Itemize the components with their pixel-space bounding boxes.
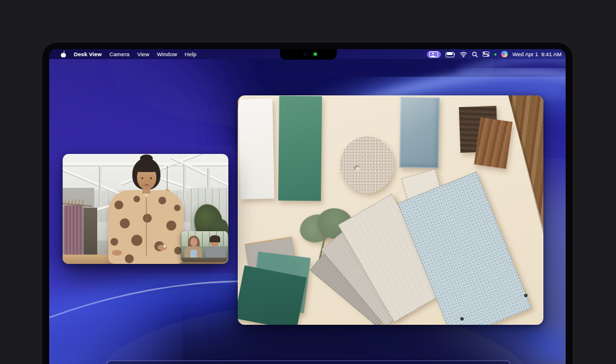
- teal-tile-sample: [278, 96, 322, 201]
- presenter-hairline: [136, 164, 157, 172]
- presenter-hand: [112, 250, 122, 256]
- menu-help[interactable]: Help: [184, 49, 196, 59]
- menu-bar-status: Wed Apr 1 9:41 AM: [427, 49, 562, 59]
- pendant-cord: [167, 166, 167, 188]
- menu-app-name[interactable]: Desk View: [74, 49, 102, 59]
- wardrobe-cabinet: [84, 208, 97, 256]
- partially-visible-window[interactable]: [107, 360, 511, 364]
- felt-disc-hole: [354, 166, 360, 171]
- camera-in-use-dot: [494, 53, 497, 56]
- participant-man-hair: [210, 235, 220, 242]
- apple-menu[interactable]: [60, 51, 66, 58]
- shirt-placket: [146, 197, 147, 256]
- hanging-garments: [64, 205, 83, 256]
- steel-column: [183, 164, 186, 201]
- fabric-grommet: [524, 294, 528, 297]
- menu-view[interactable]: View: [137, 49, 149, 59]
- desk-view-window[interactable]: [238, 95, 543, 325]
- menu-bar-left: Desk View Camera View Window Help: [49, 49, 196, 59]
- felt-disc-sample: [340, 136, 394, 193]
- time-label: 9:41 AM: [541, 51, 562, 57]
- camera-active-indicator: [314, 53, 317, 56]
- facetime-camera-lens: [303, 53, 307, 56]
- date-label: Wed Apr 1: [512, 51, 538, 57]
- menu-bar-clock[interactable]: Wed Apr 1 9:41 AM: [512, 51, 562, 57]
- control-center-icon[interactable]: [482, 51, 490, 57]
- presenter-mouth: [145, 184, 149, 186]
- steel-column: [99, 166, 101, 207]
- apple-icon: [60, 51, 66, 58]
- wifi-icon[interactable]: [460, 51, 467, 57]
- battery-icon[interactable]: [446, 52, 455, 57]
- continuity-camera-indicator[interactable]: [427, 51, 441, 58]
- presenter-eyes: [141, 177, 153, 179]
- spotlight-search-icon[interactable]: [472, 51, 478, 57]
- white-tile-sample: [238, 98, 275, 199]
- remote-participants-thumbnail[interactable]: [181, 231, 228, 262]
- presenter-ring: [163, 245, 166, 248]
- screen-person-icon: [429, 51, 438, 57]
- marketing-canvas: Desk View Camera View Window Help: [0, 0, 616, 364]
- display-notch: [280, 49, 337, 60]
- blue-gray-glazed-tile: [399, 97, 440, 168]
- video-call-window[interactable]: [63, 154, 228, 264]
- menu-window[interactable]: Window: [157, 49, 177, 59]
- menu-camera[interactable]: Camera: [109, 49, 129, 59]
- brown-wood-sample: [474, 118, 513, 169]
- macbook-screen: Desk View Camera View Window Help: [49, 49, 566, 364]
- siri-icon[interactable]: [501, 51, 508, 57]
- participant-woman-face: [190, 238, 197, 246]
- fabric-grommet: [460, 317, 464, 321]
- pip-table-edge: [181, 257, 228, 262]
